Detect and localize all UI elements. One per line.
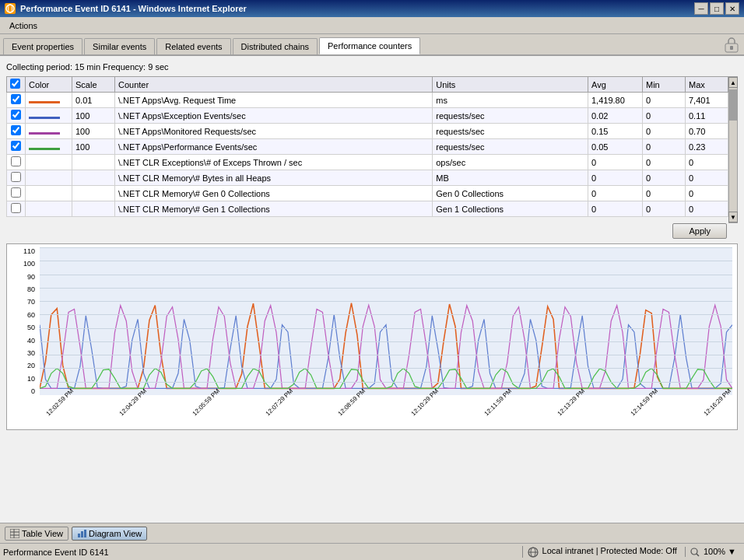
table-row: \.NET CLR Exceptions\# of Exceps Thrown … — [7, 155, 728, 170]
grid-line-30 — [40, 355, 732, 355]
row-units-2: requests/sec — [433, 124, 588, 139]
y-axis-label: 100 — [23, 260, 35, 268]
row-checkbox-5[interactable] — [11, 172, 21, 182]
row-checkbox-0[interactable] — [11, 94, 21, 104]
tab-performance-counters[interactable]: Performance counters — [319, 37, 420, 54]
row-counter-3: \.NET Apps\Performance Events/sec — [115, 139, 433, 155]
collecting-info: Collecting period: 15 min Frequency: 9 s… — [6, 62, 738, 72]
col-units: Units — [433, 77, 588, 93]
grid-line-70 — [40, 301, 732, 302]
row-counter-1: \.NET Apps\Exception Events/sec — [115, 108, 433, 124]
col-avg: Avg — [588, 77, 643, 93]
row-units-5: MB — [433, 170, 588, 186]
scroll-down-button[interactable]: ▼ — [728, 212, 738, 222]
row-color-0 — [26, 93, 72, 108]
window-controls: ─ □ ✕ — [694, 2, 739, 15]
title-bar: Performance Event ID 6141 - Windows Inte… — [0, 0, 744, 17]
table-row: \.NET CLR Memory\# Gen 1 CollectionsGen … — [7, 201, 728, 217]
row-scale-6 — [72, 186, 115, 201]
counter-table: Color Scale Counter Units Avg Min Max 0.… — [6, 76, 728, 217]
bottom-toolbar: Table View Diagram View — [0, 523, 744, 543]
row-max-4: 0 — [686, 155, 728, 170]
actions-menu[interactable]: Actions — [3, 19, 44, 32]
col-min: Min — [643, 77, 686, 93]
row-color-2 — [26, 124, 72, 139]
diagram-view-button[interactable]: Diagram View — [72, 527, 147, 541]
scroll-up-button[interactable]: ▲ — [728, 77, 738, 88]
zoom-level: 100% ▼ — [685, 547, 741, 557]
y-axis-label: 40 — [27, 337, 35, 345]
y-axis-label: 70 — [27, 298, 35, 306]
zoom-text: 100% — [704, 547, 725, 556]
row-counter-6: \.NET CLR Memory\# Gen 0 Collections — [115, 186, 433, 201]
main-content: Collecting period: 15 min Frequency: 9 s… — [0, 56, 744, 538]
svg-rect-3 — [730, 46, 733, 50]
row-color-6 — [26, 186, 72, 201]
row-checkbox-3[interactable] — [11, 141, 21, 151]
row-checkbox-2[interactable] — [11, 125, 21, 135]
row-scale-4 — [72, 155, 115, 170]
grid-line-90 — [40, 275, 732, 275]
apply-button[interactable]: Apply — [672, 223, 727, 239]
y-axis-label: 80 — [27, 285, 35, 293]
table-row: \.NET CLR Memory\# Gen 0 CollectionsGen … — [7, 186, 728, 201]
row-counter-0: \.NET Apps\Avg. Request Time — [115, 93, 433, 108]
scroll-thumb[interactable] — [729, 89, 737, 121]
table-view-button[interactable]: Table View — [5, 527, 68, 541]
row-max-3: 0.23 — [686, 139, 728, 155]
col-counter: Counter — [115, 77, 433, 93]
svg-rect-10 — [84, 530, 86, 537]
minimize-button[interactable]: ─ — [694, 2, 708, 15]
svg-line-15 — [697, 554, 699, 556]
row-scale-3: 100 — [72, 139, 115, 155]
row-checkbox-6[interactable] — [11, 187, 21, 198]
row-max-7: 0 — [686, 201, 728, 217]
row-checkbox-4[interactable] — [11, 156, 21, 166]
table-icon — [10, 529, 19, 538]
y-axis-label: 30 — [27, 349, 35, 357]
y-axis-label: 0 — [31, 387, 35, 395]
row-min-6: 0 — [643, 186, 686, 201]
chart-line-2 — [40, 305, 732, 388]
row-checkbox-1[interactable] — [11, 110, 21, 120]
row-scale-7 — [72, 201, 115, 217]
tab-distributed-chains[interactable]: Distributed chains — [233, 38, 318, 54]
row-min-1: 0 — [643, 108, 686, 124]
close-button[interactable]: ✕ — [725, 2, 739, 15]
tab-similar-events[interactable]: Similar events — [84, 38, 155, 54]
row-units-6: Gen 0 Collections — [433, 186, 588, 201]
col-scale: Scale — [72, 77, 115, 93]
status-page-title: Performance Event ID 6141 — [3, 548, 109, 557]
row-avg-7: 0 — [588, 201, 643, 217]
row-units-0: ms — [433, 93, 588, 108]
security-zone-text: Local intranet | Protected Mode: Off — [542, 546, 677, 555]
row-checkbox-7[interactable] — [11, 203, 21, 213]
row-avg-5: 0 — [588, 170, 643, 186]
row-avg-6: 0 — [588, 186, 643, 201]
row-avg-1: 0.02 — [588, 108, 643, 124]
y-axis-label: 60 — [27, 311, 35, 319]
row-scale-1: 100 — [72, 108, 115, 124]
row-max-2: 0.70 — [686, 124, 728, 139]
row-max-5: 0 — [686, 170, 728, 186]
row-min-7: 0 — [643, 201, 686, 217]
col-color: Color — [26, 77, 72, 93]
table-scrollbar[interactable]: ▲ ▼ — [728, 76, 738, 223]
svg-rect-8 — [78, 534, 80, 537]
ie-icon — [5, 3, 16, 14]
svg-point-1 — [9, 5, 12, 12]
security-icon-area — [724, 37, 739, 54]
svg-point-0 — [6, 5, 14, 12]
tab-related-events[interactable]: Related events — [156, 38, 230, 54]
chart-svg — [40, 247, 732, 395]
tab-event-properties[interactable]: Event properties — [3, 38, 82, 54]
row-units-3: requests/sec — [433, 139, 588, 155]
maximize-button[interactable]: □ — [710, 2, 724, 15]
row-avg-2: 0.15 — [588, 124, 643, 139]
y-axis-label: 10 — [27, 375, 35, 383]
y-axis-label: 20 — [27, 362, 35, 369]
apply-button-row: Apply — [6, 223, 738, 239]
select-all-checkbox[interactable] — [10, 79, 20, 89]
svg-rect-4 — [10, 529, 19, 538]
table-row: 100\.NET Apps\Performance Events/secrequ… — [7, 139, 728, 155]
